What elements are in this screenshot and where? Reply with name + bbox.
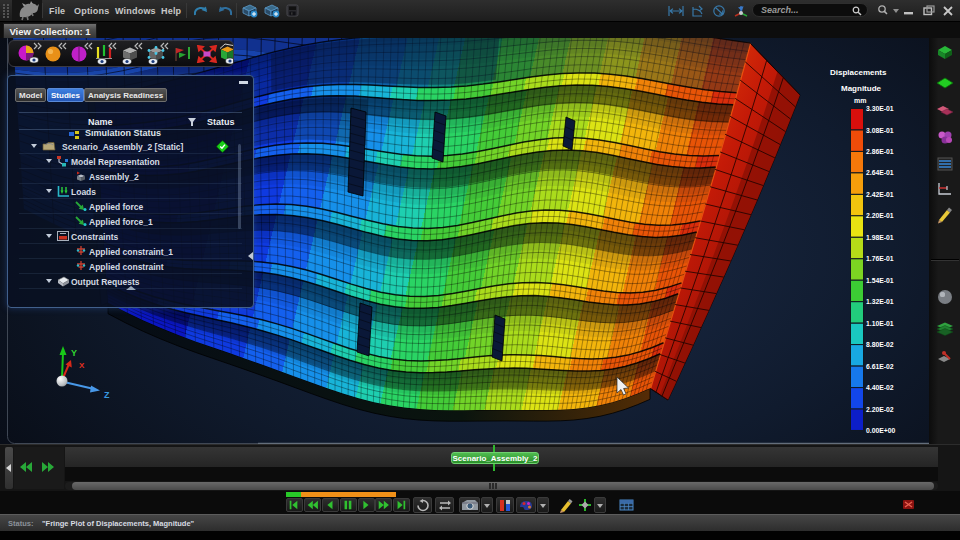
svg-text:X: X (79, 361, 85, 370)
svg-text:Z: Z (104, 390, 110, 400)
svg-text:Y: Y (71, 348, 77, 358)
